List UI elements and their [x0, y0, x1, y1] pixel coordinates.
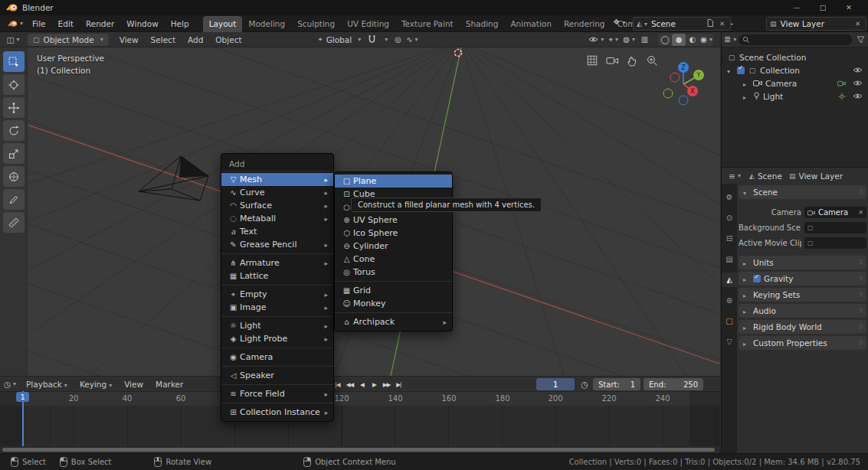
tab-layout[interactable]: Layout — [203, 16, 243, 32]
frame-start-field[interactable]: Start: 1 — [593, 378, 640, 390]
expand-caret-icon[interactable] — [743, 92, 750, 101]
panel-grip-icon[interactable]: ⠿ — [859, 308, 862, 315]
breadcrumb-view-layer[interactable]: ▤ View Layer — [787, 171, 845, 181]
mesh-menu-item-cylinder[interactable]: ⊖Cylinder — [335, 240, 452, 253]
tab-object-properties[interactable]: □ — [722, 314, 737, 328]
view-layer-selector[interactable]: ▤ View Layer ✕ — [766, 17, 866, 31]
clear-camera-button[interactable]: ✕ — [858, 209, 863, 216]
snap-magnet-toggle[interactable] — [365, 34, 378, 46]
menu-keying[interactable]: Keying — [74, 376, 118, 393]
mode-dropdown[interactable]: ▢ Object Mode — [28, 34, 109, 46]
panel-grip-icon[interactable]: ⠿ — [859, 292, 862, 299]
shading-material-button[interactable]: ◐ — [686, 34, 699, 46]
editor-type-button[interactable]: ◫ — [3, 34, 23, 46]
proportional-edit-toggle[interactable]: ◎ — [391, 34, 405, 46]
menu-window[interactable]: Window — [120, 15, 164, 32]
move-tool[interactable] — [3, 97, 25, 118]
search-input[interactable] — [752, 35, 848, 44]
close-button[interactable]: ✕ — [836, 0, 862, 15]
mesh-menu-item-torus[interactable]: ◎Torus — [335, 266, 452, 279]
transform-tool[interactable] — [3, 166, 25, 187]
tab-texture-paint[interactable]: Texture Paint — [395, 16, 460, 32]
toggle-ortho-button[interactable] — [585, 54, 599, 67]
timeline-editor-type-button[interactable]: ◷ — [0, 378, 20, 390]
mesh-menu-item-cone[interactable]: △Cone — [335, 253, 452, 266]
add-menu-item-surface[interactable]: ◠Surface — [221, 199, 333, 212]
workspace-settings-icon[interactable]: ❖ — [613, 18, 625, 26]
tab-output-properties[interactable]: ⊟ — [722, 231, 737, 246]
outliner-editor-type-button[interactable]: ≣ — [724, 34, 736, 46]
menu-marker[interactable]: Marker — [149, 376, 189, 393]
panel-grip-icon[interactable]: ⠿ — [859, 340, 862, 347]
tab-view-layer-properties[interactable]: ▤ — [722, 252, 737, 266]
add-menu-item-lattice[interactable]: ▦Lattice — [221, 269, 333, 282]
collection-checkbox[interactable] — [737, 67, 745, 74]
playhead-frame-badge[interactable]: 1 — [16, 392, 29, 402]
scene-selector[interactable]: ◭ Scene ✕ — [633, 17, 731, 31]
menu-render[interactable]: Render — [80, 15, 120, 32]
mesh-menu-item-uv-sphere[interactable]: ⊕UV Sphere — [335, 214, 452, 227]
tab-sculpting[interactable]: Sculpting — [291, 16, 341, 32]
tab-object-data-properties[interactable]: ▽ — [722, 335, 737, 349]
tab-scene-properties[interactable]: ◭ — [722, 273, 738, 287]
menu-viewport-select[interactable]: Select — [145, 31, 182, 48]
timeline-scrollbar[interactable] — [2, 448, 715, 452]
units-panel-header[interactable]: Units ⠿ — [739, 256, 866, 269]
pan-view-button[interactable] — [625, 54, 639, 67]
play-button[interactable]: ▶ — [368, 378, 380, 390]
add-menu-item-metaball[interactable]: ◌Metaball — [221, 212, 333, 225]
mesh-menu-item-ico-sphere[interactable]: ⬡Ico Sphere — [335, 227, 452, 240]
play-reverse-button[interactable]: ◀ — [356, 378, 368, 390]
annotate-tool[interactable] — [3, 189, 25, 210]
panel-grip-icon[interactable]: ⠿ — [859, 189, 862, 196]
current-frame-field[interactable]: 1 — [536, 378, 575, 390]
gravity-panel-header[interactable]: Gravity ⠿ — [739, 272, 866, 286]
cursor-tool[interactable] — [3, 74, 25, 95]
outliner-row-camera[interactable]: Camera — [722, 77, 868, 90]
preview-range-button[interactable]: ◷ — [578, 378, 591, 390]
add-menu-item-text[interactable]: aText — [221, 225, 333, 238]
expand-caret-icon[interactable] — [743, 79, 750, 88]
tab-render-properties[interactable]: ⊙ — [722, 211, 737, 225]
maximize-button[interactable]: □ — [810, 0, 836, 15]
menu-viewport-object[interactable]: Object — [209, 31, 247, 48]
frame-end-field[interactable]: End: 250 — [644, 378, 703, 390]
timeline-tracks[interactable] — [0, 406, 720, 446]
rotate-tool[interactable] — [3, 120, 25, 141]
menu-viewport-view[interactable]: View — [113, 31, 145, 48]
expand-caret-icon[interactable] — [727, 66, 734, 75]
scene-panel-header[interactable]: Scene ⠿ — [739, 185, 866, 199]
outliner-row-light[interactable]: Light — [722, 90, 868, 103]
add-menu-item-collection-instance[interactable]: ⊞Collection Instance — [221, 406, 333, 419]
tab-tool-properties[interactable]: ⚙ — [722, 190, 737, 204]
overlays-dropdown[interactable]: ◍ — [621, 34, 637, 46]
visibility-eye-icon[interactable] — [853, 80, 863, 86]
add-menu-item-speaker[interactable]: ◁Speaker — [221, 369, 333, 382]
add-menu-item-light[interactable]: ☼Light — [221, 319, 333, 332]
jump-end-button[interactable]: ▶| — [393, 378, 405, 390]
add-menu-item-empty[interactable]: ⌖Empty — [221, 288, 333, 301]
falloff-dropdown[interactable]: ∿ — [405, 34, 419, 46]
minimize-button[interactable]: — — [784, 0, 810, 15]
movie-clip-field[interactable]: ▢ — [804, 237, 866, 249]
gizmo-y-neg[interactable] — [663, 89, 673, 98]
add-menu-item-camera[interactable]: ◉Camera — [221, 351, 333, 364]
visibility-eye-icon[interactable] — [853, 93, 863, 100]
camera-data-icon[interactable] — [837, 80, 846, 86]
add-menu-item-image[interactable]: ▣Image — [221, 301, 333, 314]
add-menu-item-light-probe[interactable]: ◈Light Probe — [221, 332, 333, 345]
measure-tool[interactable] — [3, 212, 25, 233]
mesh-menu-item-grid[interactable]: ▦Grid — [335, 284, 452, 297]
add-menu-item-force-field[interactable]: ≋Force Field — [221, 387, 333, 400]
panel-grip-icon[interactable]: ⠿ — [859, 276, 862, 282]
panel-grip-icon[interactable]: ⠿ — [859, 259, 862, 266]
tab-rendering[interactable]: Rendering — [558, 16, 611, 32]
filter-funnel-button[interactable] — [854, 34, 867, 46]
menu-viewport-add[interactable]: Add — [182, 31, 209, 48]
tab-animation[interactable]: Animation — [504, 16, 558, 32]
unlink-scene-button[interactable]: ✕ — [717, 20, 727, 28]
add-menu-item-grease-pencil[interactable]: ✎Grease Pencil — [221, 238, 333, 251]
tab-uv-editing[interactable]: UV Editing — [341, 16, 395, 32]
object-visibility-dropdown[interactable] — [587, 34, 605, 46]
menu-edit[interactable]: Edit — [52, 15, 80, 32]
